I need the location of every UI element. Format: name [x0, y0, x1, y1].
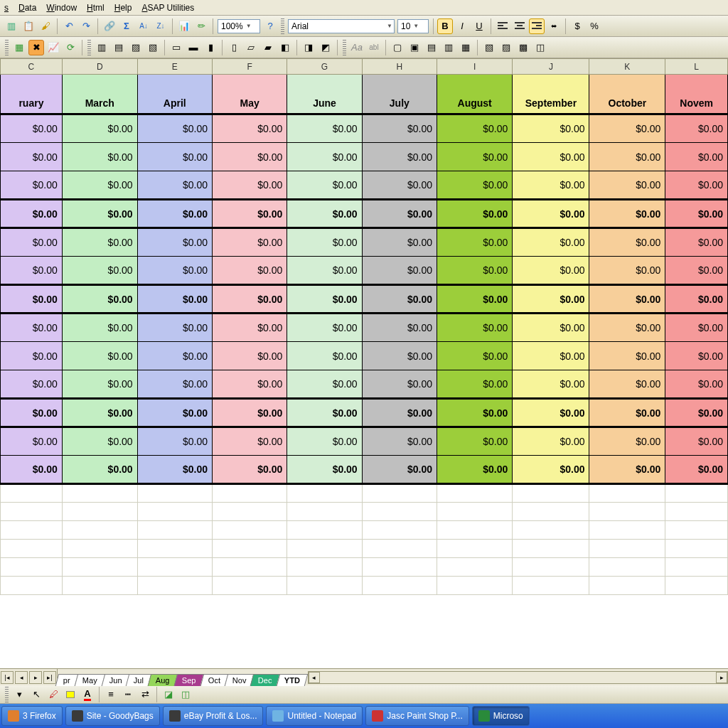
empty-cell[interactable] [362, 521, 437, 540]
data-cell[interactable]: $0.00 [362, 200, 437, 228]
tab-nav-first[interactable]: |◂ [1, 671, 14, 684]
data-cell[interactable]: $0.00 [665, 399, 728, 427]
data-cell[interactable]: $0.00 [589, 114, 665, 143]
data-cell[interactable]: $0.00 [513, 171, 589, 200]
column-header[interactable]: J [513, 59, 589, 75]
data-cell[interactable]: $0.00 [665, 427, 728, 456]
line-style-button[interactable]: ≡ [103, 687, 119, 702]
data-cell[interactable]: $0.00 [1, 200, 63, 228]
data-cell[interactable]: $0.00 [137, 228, 212, 257]
empty-cell[interactable] [589, 521, 665, 540]
arrow-style-button[interactable]: ⇄ [137, 687, 153, 702]
empty-cell[interactable] [589, 558, 665, 577]
italic-button[interactable]: I [454, 18, 470, 34]
data-cell[interactable]: $0.00 [287, 370, 362, 399]
data-cell[interactable]: $0.00 [212, 143, 287, 171]
empty-cell[interactable] [665, 503, 728, 521]
data-cell[interactable]: $0.00 [62, 200, 137, 228]
data-cell[interactable]: $0.00 [589, 342, 665, 370]
data-cell[interactable]: $0.00 [513, 143, 589, 171]
empty-cell[interactable] [1, 503, 63, 521]
menu-item[interactable]: Help [114, 3, 132, 13]
empty-cell[interactable] [589, 540, 665, 558]
toolbar-button[interactable]: ▢ [390, 40, 405, 55]
data-cell[interactable]: $0.00 [589, 171, 665, 200]
data-cell[interactable]: $0.00 [589, 427, 665, 456]
data-cell[interactable]: $0.00 [287, 427, 362, 456]
data-cell[interactable]: $0.00 [62, 399, 137, 427]
empty-cell[interactable] [137, 577, 212, 595]
menu-item[interactable]: Window [46, 3, 77, 13]
sheet-button[interactable]: ▦ [11, 40, 27, 55]
empty-cell[interactable] [362, 558, 437, 577]
data-cell[interactable]: $0.00 [437, 370, 513, 399]
month-header-cell[interactable]: May [212, 75, 287, 114]
data-cell[interactable]: $0.00 [212, 228, 287, 257]
empty-cell[interactable] [437, 503, 513, 521]
empty-cell[interactable] [513, 540, 589, 558]
data-cell[interactable]: $0.00 [137, 143, 212, 171]
shadow-button[interactable]: ◪ [161, 687, 176, 702]
data-cell[interactable]: $0.00 [62, 456, 137, 484]
toolbar-button[interactable]: ▭ [168, 40, 184, 55]
currency-button[interactable]: $ [569, 18, 585, 34]
column-header[interactable]: I [437, 59, 513, 75]
data-cell[interactable]: $0.00 [137, 456, 212, 484]
toolbar-button[interactable]: ▥ [94, 40, 109, 55]
data-cell[interactable]: $0.00 [287, 314, 362, 342]
data-cell[interactable]: $0.00 [589, 285, 665, 314]
data-cell[interactable]: $0.00 [62, 171, 137, 200]
empty-cell[interactable] [1, 540, 63, 558]
empty-cell[interactable] [437, 521, 513, 540]
data-cell[interactable]: $0.00 [362, 114, 437, 143]
data-cell[interactable]: $0.00 [212, 427, 287, 456]
column-header[interactable]: F [212, 59, 287, 75]
toolbar-button[interactable]: ▥ [4, 18, 19, 34]
merge-button[interactable]: ⬌ [546, 18, 562, 34]
data-cell[interactable]: $0.00 [1, 143, 63, 171]
data-cell[interactable]: $0.00 [62, 370, 137, 399]
data-cell[interactable]: $0.00 [287, 228, 362, 257]
data-cell[interactable]: $0.00 [513, 228, 589, 257]
toolbar-button[interactable]: ▱ [243, 40, 259, 55]
empty-cell[interactable] [513, 521, 589, 540]
taskbar-button[interactable]: Site - GoodyBags [65, 706, 160, 726]
toolbar-grip[interactable] [87, 40, 91, 55]
month-header-cell[interactable]: October [589, 75, 665, 114]
data-cell[interactable]: $0.00 [212, 342, 287, 370]
data-cell[interactable]: $0.00 [665, 228, 728, 257]
toolbar-button[interactable]: ▨ [128, 40, 144, 55]
empty-cell[interactable] [62, 484, 137, 503]
toolbar-grip[interactable] [281, 18, 284, 34]
empty-cell[interactable] [589, 484, 665, 503]
data-cell[interactable]: $0.00 [287, 171, 362, 200]
chart-tool-button[interactable]: 📈 [46, 40, 61, 55]
data-cell[interactable]: $0.00 [437, 143, 513, 171]
data-cell[interactable]: $0.00 [212, 171, 287, 200]
toolbar-button[interactable]: ▩ [515, 40, 531, 55]
data-cell[interactable]: $0.00 [1, 171, 63, 200]
data-cell[interactable]: $0.00 [665, 143, 728, 171]
data-cell[interactable]: $0.00 [437, 200, 513, 228]
data-cell[interactable]: $0.00 [437, 342, 513, 370]
data-cell[interactable]: $0.00 [212, 200, 287, 228]
data-cell[interactable]: $0.00 [287, 114, 362, 143]
sheet-tab[interactable]: Sep [174, 674, 204, 686]
data-cell[interactable]: $0.00 [589, 370, 665, 399]
font-input[interactable] [291, 21, 384, 31]
data-cell[interactable]: $0.00 [287, 200, 362, 228]
data-cell[interactable]: $0.00 [665, 370, 728, 399]
sort-asc-button[interactable]: A↓ [136, 18, 151, 34]
sheet-tab[interactable]: Aug [148, 674, 178, 686]
data-cell[interactable]: $0.00 [137, 370, 212, 399]
data-cell[interactable]: $0.00 [362, 456, 437, 484]
month-header-cell[interactable]: Novem [665, 75, 728, 114]
empty-cell[interactable] [137, 558, 212, 577]
data-cell[interactable]: $0.00 [287, 285, 362, 314]
data-cell[interactable]: $0.00 [1, 228, 63, 257]
data-cell[interactable]: $0.00 [1, 285, 63, 314]
data-cell[interactable]: $0.00 [137, 114, 212, 143]
empty-cell[interactable] [287, 503, 362, 521]
toolbar-button[interactable]: ▦ [458, 40, 473, 55]
empty-cell[interactable] [212, 484, 287, 503]
